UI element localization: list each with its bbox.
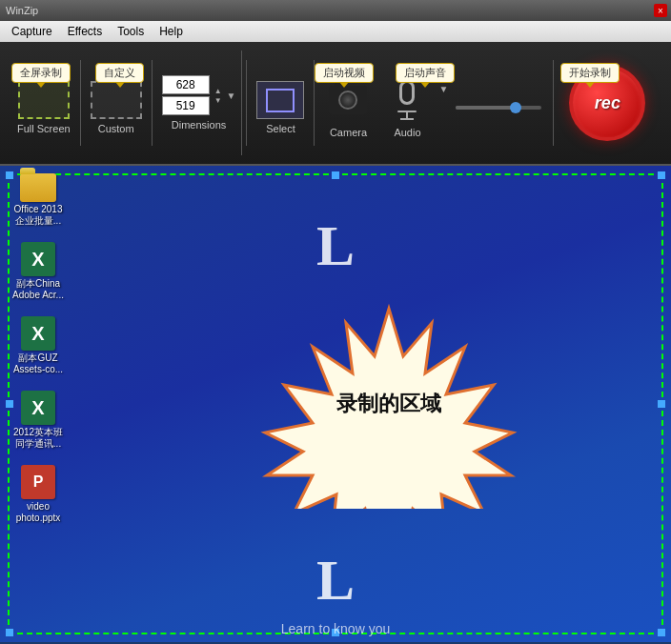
divider-1 — [80, 60, 81, 146]
menu-bar: Capture Effects Tools Help — [0, 21, 671, 42]
desktop-icons: Office 2013企业批量... X 副本ChinaAdobe Acr...… — [0, 166, 86, 532]
tooltip-fullscreen: 全屏录制 — [11, 63, 71, 83]
handle-top-center[interactable] — [332, 171, 339, 179]
ppt-icon: P — [21, 465, 55, 499]
camera-lens — [338, 91, 357, 110]
handle-bottom-left[interactable] — [6, 629, 13, 636]
dim-up-arrow[interactable]: ▲ — [214, 87, 222, 95]
tooltip-custom: 自定义 — [95, 63, 144, 83]
title-bar: WinZip × — [0, 0, 671, 21]
dim-dropdown-arrow[interactable]: ▼ — [227, 91, 236, 101]
toolbar-inner: Full Screen Custom ▲ ▼ ▼ Dimensions — [8, 42, 663, 164]
dim-height-input[interactable] — [162, 96, 210, 115]
tooltip-audio: 启动声音 — [396, 63, 455, 83]
divider-2 — [152, 60, 152, 146]
custom-label: Custom — [98, 123, 134, 134]
dim-down-arrow[interactable]: ▼ — [214, 96, 222, 105]
camera-icon — [329, 86, 367, 114]
handle-bottom-right[interactable] — [658, 629, 665, 636]
desktop-area: Office 2013企业批量... X 副本ChinaAdobe Acr...… — [0, 166, 671, 642]
excel-icon-2: X — [21, 316, 55, 351]
volume-bar[interactable] — [456, 106, 541, 110]
menu-capture[interactable]: Capture — [4, 23, 60, 40]
menu-tools[interactable]: Tools — [110, 23, 152, 40]
title-bar-text: WinZip — [6, 5, 38, 16]
tooltip-camera: 启动视频 — [315, 63, 374, 83]
excel-icon-3: X — [21, 391, 55, 425]
toolbar: 全屏录制 自定义 启动视频 启动声音 开始录制 Full Screen Cust… — [0, 42, 671, 166]
icon-guz-label: 副本GUZAssets-co... — [13, 352, 63, 375]
icon-class-label: 2012英本班同学通讯... — [13, 427, 63, 450]
excel-icon-1: X — [21, 242, 55, 276]
icon-video-label: videophoto.pptx — [16, 501, 61, 524]
icon-china-adobe[interactable]: X 副本ChinaAdobe Acr... — [0, 234, 76, 309]
menu-help[interactable]: Help — [152, 23, 191, 40]
camera-label: Camera — [330, 127, 367, 138]
rec-label: rec — [595, 93, 620, 113]
bottom-text: Learn to know you — [281, 621, 390, 636]
l-indicator-top: L — [316, 213, 355, 279]
close-button[interactable]: × — [654, 4, 667, 17]
select-label: Select — [266, 123, 295, 134]
icon-video-photo[interactable]: P videophoto.pptx — [0, 457, 76, 532]
icon-china-label: 副本ChinaAdobe Acr... — [12, 278, 64, 301]
select-inner — [266, 89, 295, 112]
handle-mid-right[interactable] — [658, 400, 665, 408]
dim-arrows[interactable]: ▲ ▼ — [214, 87, 222, 105]
volume-thumb[interactable] — [510, 102, 521, 113]
volume-control — [456, 106, 541, 110]
dim-width-input[interactable] — [162, 75, 210, 94]
audio-label: Audio — [394, 127, 420, 138]
l-indicator-bottom: L — [316, 548, 355, 614]
select-button[interactable]: Select — [251, 77, 310, 138]
tooltip-rec: 开始录制 — [560, 63, 620, 83]
select-icon — [256, 81, 304, 119]
dimensions-section: ▲ ▼ ▼ Dimensions — [156, 50, 243, 155]
divider-5 — [553, 60, 554, 146]
dim-inputs — [162, 75, 210, 115]
fullscreen-label: Full Screen — [17, 123, 71, 134]
recording-area-text: 录制的区域 — [336, 390, 441, 418]
icon-office-label: Office 2013企业批量... — [14, 204, 63, 227]
mic-icon — [399, 80, 415, 105]
dim-label: Dimensions — [172, 119, 226, 131]
menu-effects[interactable]: Effects — [60, 23, 110, 40]
icon-office2013[interactable]: Office 2013企业批量... — [0, 166, 76, 234]
audio-dropdown-arrow[interactable]: ▼ — [438, 84, 448, 94]
mic-base — [400, 118, 414, 120]
starburst-area: 录制的区域 — [255, 299, 522, 509]
folder-icon — [20, 173, 56, 202]
icon-guz-assets[interactable]: X 副本GUZAssets-co... — [0, 309, 76, 383]
handle-top-right[interactable] — [658, 171, 665, 179]
icon-2012-class[interactable]: X 2012英本班同学通讯... — [0, 383, 76, 457]
divider-3 — [246, 60, 247, 146]
volume-fill — [456, 106, 512, 110]
